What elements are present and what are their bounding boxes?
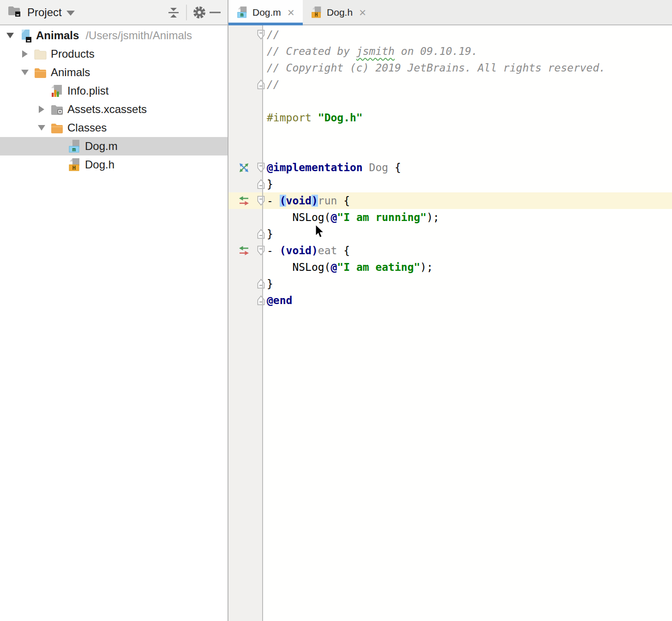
tree-item-products[interactable]: Products	[0, 45, 228, 63]
mouse-cursor	[315, 225, 325, 239]
code-token: -	[267, 245, 280, 257]
code-token: }	[267, 278, 273, 290]
chevron-collapsed-icon[interactable]	[18, 50, 32, 58]
svg-text:H: H	[72, 164, 76, 171]
svg-text:m: m	[240, 12, 244, 18]
chevron-expanded-icon[interactable]	[3, 33, 18, 38]
close-icon[interactable]: ×	[288, 8, 294, 17]
code-line[interactable]	[228, 93, 672, 109]
code-token: {	[388, 161, 401, 173]
code-token: @end	[267, 294, 292, 306]
code-editor[interactable]: //// Created by jsmith on 09.10.19.// Co…	[228, 25, 672, 621]
tree-item-animals[interactable]: Animals	[0, 63, 228, 82]
plist-icon	[49, 84, 65, 98]
code-line[interactable]	[228, 143, 672, 159]
fold-marker-down-icon[interactable]	[257, 196, 265, 206]
tree-item-dog-h[interactable]: HDog.h	[0, 155, 228, 174]
gutter-border	[262, 25, 263, 621]
settings-gear-button[interactable]	[192, 5, 207, 20]
tree-root-animals[interactable]: Animals/Users/jsmith/Animals	[0, 26, 228, 45]
fold-marker-down-icon[interactable]	[257, 162, 265, 173]
code-line[interactable]: // Copyright (c) 2019 JetBrains. All rig…	[228, 60, 672, 76]
code-line[interactable]: //	[228, 76, 672, 93]
code-line[interactable]: }	[228, 275, 672, 292]
tab-label: Dog.h	[327, 7, 353, 18]
code-line[interactable]: @implementation Dog {	[228, 159, 672, 176]
code-token: "I am eating"	[337, 261, 420, 273]
svg-text:H: H	[315, 12, 318, 18]
close-icon[interactable]: ×	[359, 8, 366, 17]
tree-item-label: Info.plist	[67, 84, 108, 97]
code-line[interactable]: NSLog(@"I am running");	[228, 209, 672, 226]
code-token: // Copyright (c) 2019 JetBrains. All rig…	[267, 62, 606, 74]
code-line[interactable]: }	[228, 226, 672, 242]
hide-panel-button[interactable]	[207, 5, 223, 20]
tab-dog-m[interactable]: m Dog.m ×	[228, 0, 303, 24]
fold-marker-up-icon[interactable]	[257, 229, 265, 239]
tree-item-classes[interactable]: Classes	[0, 119, 228, 137]
project-icon	[18, 29, 33, 43]
code-token: "Dog.h"	[318, 112, 363, 124]
code-token: )	[312, 195, 318, 207]
code-token: }	[267, 228, 273, 240]
fold-marker-up-icon[interactable]	[257, 279, 265, 289]
code-line[interactable]: //	[228, 26, 672, 43]
tree-item-info-plist[interactable]: Info.plist	[0, 82, 228, 100]
code-token: (void)	[280, 245, 318, 257]
code-line[interactable]: #import "Dog.h"	[228, 109, 672, 126]
code-line[interactable]	[228, 126, 672, 143]
fold-marker-down-icon[interactable]	[257, 30, 265, 40]
editor-tab-bar: m Dog.m × H Dog.h ×	[228, 0, 672, 25]
tab-label: Dog.m	[252, 7, 281, 18]
tree-item-assets-xcassets[interactable]: Assets.xcassets	[0, 100, 228, 119]
tab-dog-h[interactable]: H Dog.h ×	[303, 0, 374, 24]
code-token	[363, 161, 369, 173]
navigate-declaration-icon[interactable]	[239, 196, 249, 206]
code-token: );	[420, 261, 433, 273]
chevron-expanded-icon[interactable]	[34, 125, 49, 131]
code-token: @	[330, 211, 337, 223]
code-line[interactable]: - (void)eat {	[228, 242, 672, 259]
code-token: {	[337, 245, 350, 257]
code-token: Dog	[369, 161, 389, 173]
chevron-expanded-icon[interactable]	[18, 70, 32, 75]
fold-marker-down-icon[interactable]	[257, 245, 265, 256]
objc-h-file-icon: H	[311, 6, 322, 19]
folder-orange-icon	[49, 123, 65, 133]
code-line[interactable]: // Created by jsmith on 09.10.19.	[228, 43, 672, 60]
code-token: (	[280, 195, 286, 207]
chevron-down-icon[interactable]	[66, 11, 75, 16]
tree-item-label: Classes	[67, 121, 107, 134]
navigate-declaration-icon[interactable]	[239, 245, 249, 256]
code-token: "I am running"	[337, 211, 426, 223]
code-token: );	[426, 211, 439, 223]
code-lines: //// Created by jsmith on 09.10.19.// Co…	[228, 25, 672, 309]
file-h-icon: H	[66, 158, 82, 172]
code-token: }	[267, 178, 273, 190]
fold-marker-up-icon[interactable]	[257, 179, 265, 189]
code-line[interactable]: NSLog(@"I am eating");	[228, 259, 672, 275]
code-token: eat	[318, 245, 337, 257]
code-line[interactable]: }	[228, 176, 672, 192]
toolbar-divider	[186, 5, 187, 20]
tree-item-dog-m[interactable]: mDog.m	[0, 137, 228, 155]
code-token: @	[330, 261, 337, 273]
code-line[interactable]: @end	[228, 292, 672, 309]
project-panel-header: Project	[0, 0, 228, 25]
code-token: @implementation	[267, 161, 363, 173]
code-token: NSLog(	[267, 211, 330, 223]
related-symbol-icon[interactable]	[239, 162, 249, 173]
editor-area: m Dog.m × H Dog.h × //// Created by jsmi…	[228, 0, 672, 621]
file-m-icon: m	[66, 139, 82, 154]
tree-item-label: Animals	[51, 66, 90, 79]
project-tool-icon	[7, 6, 22, 19]
code-token: void	[286, 195, 312, 207]
fold-marker-up-icon[interactable]	[257, 79, 265, 90]
fold-marker-up-icon[interactable]	[257, 295, 265, 305]
code-line-caret-row[interactable]: - (void)run {	[228, 192, 672, 209]
chevron-collapsed-icon[interactable]	[34, 106, 49, 113]
svg-text:m: m	[72, 145, 76, 152]
collapse-all-button[interactable]	[166, 5, 181, 20]
code-token: run	[318, 195, 337, 207]
code-token: {	[337, 195, 350, 207]
